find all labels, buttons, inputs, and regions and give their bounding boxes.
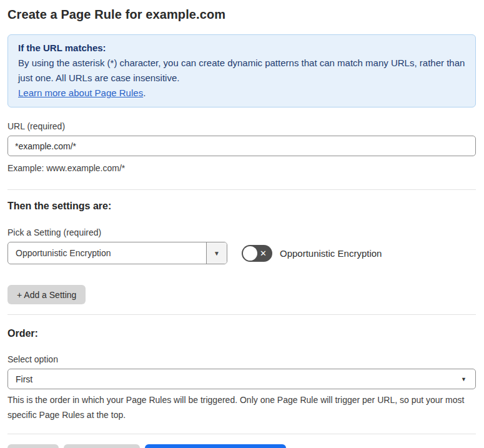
order-select-value: First [16, 374, 32, 384]
toggle-label: Opportunistic Encryption [280, 248, 382, 259]
url-input[interactable] [7, 136, 476, 156]
info-box-link-line: Learn more about Page Rules. [18, 86, 465, 101]
cancel-button[interactable]: Cancel [7, 444, 59, 448]
x-icon: ✕ [260, 249, 267, 257]
order-help-text: This is the order in which your Page Rul… [7, 392, 468, 422]
footer-divider [7, 434, 476, 434]
page-rule-form: Create a Page Rule for example.com If th… [0, 0, 484, 448]
save-draft-button[interactable]: Save as Draft [64, 444, 141, 448]
info-box-heading: If the URL matches: [18, 41, 465, 56]
info-box-body: By using the asterisk (*) character, you… [18, 56, 465, 86]
setting-dropdown-arrow-button[interactable]: ▼ [206, 242, 227, 264]
toggle-knob [243, 246, 257, 261]
setting-dropdown[interactable]: Opportunistic Encryption ▼ [7, 242, 227, 264]
pick-setting-label: Pick a Setting (required) [7, 227, 476, 237]
link-suffix: . [143, 87, 146, 98]
order-select-label: Select option [7, 354, 476, 364]
opportunistic-encryption-toggle[interactable]: ✕ [242, 245, 272, 262]
section-divider [7, 314, 476, 315]
order-select[interactable]: First ▼ [7, 369, 476, 389]
learn-more-link[interactable]: Learn more about Page Rules [18, 87, 143, 98]
chevron-down-icon: ▼ [461, 376, 467, 382]
chevron-down-icon: ▼ [214, 250, 220, 257]
setting-dropdown-value: Opportunistic Encryption [8, 242, 206, 264]
footer-actions: Cancel Save as Draft Save and Deploy Pag… [7, 444, 476, 448]
section-divider [7, 189, 476, 190]
add-setting-button[interactable]: + Add a Setting [7, 285, 86, 304]
url-field-label: URL (required) [7, 121, 476, 131]
settings-section-heading: Then the settings are: [7, 201, 476, 212]
page-title: Create a Page Rule for example.com [7, 7, 476, 22]
setting-row: Opportunistic Encryption ▼ ✕ Opportunist… [7, 242, 476, 264]
save-deploy-button[interactable]: Save and Deploy Page Rule [145, 444, 286, 448]
url-match-info-box: If the URL matches: By using the asteris… [7, 34, 476, 107]
order-section-heading: Order: [7, 328, 476, 339]
url-example-text: Example: www.example.com/* [7, 161, 476, 176]
